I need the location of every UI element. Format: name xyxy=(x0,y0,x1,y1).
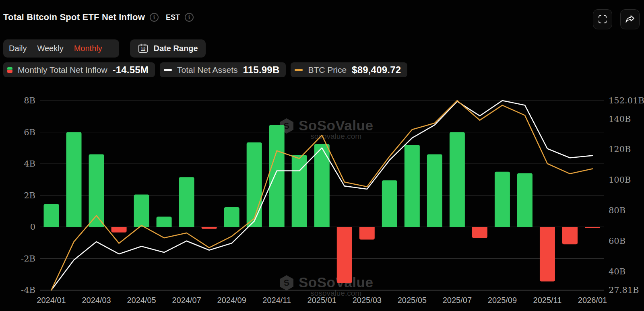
right-axis-tick: 80B xyxy=(609,206,625,215)
interval-tabs: Daily Weekly Monthly xyxy=(3,39,119,58)
tab-daily[interactable]: Daily xyxy=(9,44,27,53)
x-axis-tick: 2025/05 xyxy=(398,296,427,305)
inflow-bar-2025/08[interactable] xyxy=(472,227,487,238)
inflow-bar-2024/01[interactable] xyxy=(44,204,59,227)
right-axis-tick: 40B xyxy=(609,267,625,276)
x-axis-tick: 2024/01 xyxy=(37,296,66,305)
inflow-bar-2024/11[interactable] xyxy=(269,125,285,227)
x-axis-tick: 2024/11 xyxy=(262,296,291,305)
x-axis-tick: 2025/11 xyxy=(533,296,562,305)
right-axis-tick: 60B xyxy=(609,236,625,246)
tab-weekly[interactable]: Weekly xyxy=(37,44,63,53)
right-axis-tick: 152.01B xyxy=(609,96,644,105)
svg-text:12: 12 xyxy=(141,47,146,51)
legend-value: 115.99B xyxy=(243,64,280,76)
legend-item-btc-price[interactable]: BTC Price $89,409.72 xyxy=(291,62,407,77)
legend-item-net-assets[interactable]: Total Net Assets 115.99B xyxy=(160,62,286,77)
inflow-bar-2026/01[interactable] xyxy=(585,227,600,228)
white-line-icon xyxy=(164,69,172,71)
legend-item-net-inflow[interactable]: Monthly Total Net Inflow -14.55M xyxy=(3,62,155,77)
date-range-label: Date Range xyxy=(153,44,198,53)
info-icon[interactable]: i xyxy=(150,13,159,22)
x-axis-tick: 2025/03 xyxy=(353,296,382,305)
legend-value: $89,409.72 xyxy=(352,64,401,76)
x-axis-tick: 2025/09 xyxy=(488,296,517,305)
info-icon[interactable]: i xyxy=(185,13,194,22)
inflow-bar-2025/06[interactable] xyxy=(427,154,442,227)
inflow-bar-2024/07[interactable] xyxy=(179,177,194,227)
inflow-bar-2025/05[interactable] xyxy=(405,145,420,227)
fullscreen-button[interactable] xyxy=(593,9,612,29)
inflow-bar-2024/08[interactable] xyxy=(202,227,217,229)
right-axis-tick: 100B xyxy=(609,175,631,185)
left-axis-tick: 6B xyxy=(24,128,35,137)
legend-label: BTC Price xyxy=(308,65,347,75)
inflow-bar-2025/10[interactable] xyxy=(517,173,533,227)
inflow-bar-2024/04[interactable] xyxy=(111,227,127,233)
legend: Monthly Total Net Inflow -14.55M Total N… xyxy=(3,62,407,77)
inflow-bar-2025/03[interactable] xyxy=(359,227,375,239)
est-timezone-label: EST xyxy=(166,13,180,22)
inflow-bar-2024/10[interactable] xyxy=(247,142,262,227)
inflow-bar-2025/11[interactable] xyxy=(540,227,555,281)
title-row: Total Bitcoin Spot ETF Net Inflow i EST … xyxy=(3,12,194,23)
x-axis-tick: 2024/09 xyxy=(217,296,246,305)
bitcoin-etf-chart-panel: S SoSoValue sosovalue.com S SoSoValue so… xyxy=(0,0,644,311)
legend-label: Monthly Total Net Inflow xyxy=(18,65,107,75)
left-axis-tick: 0 xyxy=(30,222,35,232)
inflow-bar-2025/02[interactable] xyxy=(337,227,352,283)
left-axis-tick: 8B xyxy=(24,96,35,105)
x-axis-tick: 2025/01 xyxy=(308,296,336,305)
left-axis-tick: -2B xyxy=(21,254,35,264)
orange-line-icon xyxy=(295,69,303,71)
legend-value: -14.55M xyxy=(113,64,149,76)
x-axis-tick: 2025/07 xyxy=(443,296,472,305)
inflow-bar-2024/05[interactable] xyxy=(134,195,149,227)
page-title: Total Bitcoin Spot ETF Net Inflow xyxy=(3,12,145,23)
left-axis-tick: 4B xyxy=(24,159,35,169)
left-axis-tick: 2B xyxy=(24,191,35,200)
inflow-bar-2024/06[interactable] xyxy=(157,216,172,227)
x-axis-tick: 2024/05 xyxy=(127,296,156,305)
share-button[interactable] xyxy=(620,9,640,29)
left-axis-tick: -4B xyxy=(21,285,35,295)
x-axis-tick: 2024/03 xyxy=(82,296,111,305)
date-range-button[interactable]: 12 Date Range xyxy=(130,39,206,58)
inflow-bar-2025/07[interactable] xyxy=(450,132,465,227)
legend-label: Total Net Assets xyxy=(177,65,238,75)
inflow-bar-2025/12[interactable] xyxy=(562,227,578,244)
inflow-bar-2024/02[interactable] xyxy=(66,132,82,227)
x-axis-tick: 2026/01 xyxy=(578,296,607,305)
inflow-bar-2025/04[interactable] xyxy=(382,180,397,227)
inflow-bar-2025/09[interactable] xyxy=(495,172,510,227)
right-axis-tick: 140B xyxy=(609,114,631,124)
green-red-bar-icon xyxy=(7,67,12,73)
tab-monthly[interactable]: Monthly xyxy=(74,44,102,53)
calendar-icon: 12 xyxy=(138,43,149,54)
share-icon xyxy=(625,14,635,25)
inflow-bar-2024/09[interactable] xyxy=(224,207,239,227)
fullscreen-icon xyxy=(597,14,608,25)
right-axis-tick: 27.81B xyxy=(609,285,639,295)
x-axis-tick: 2024/07 xyxy=(172,296,201,305)
right-axis-tick: 120B xyxy=(609,144,631,154)
